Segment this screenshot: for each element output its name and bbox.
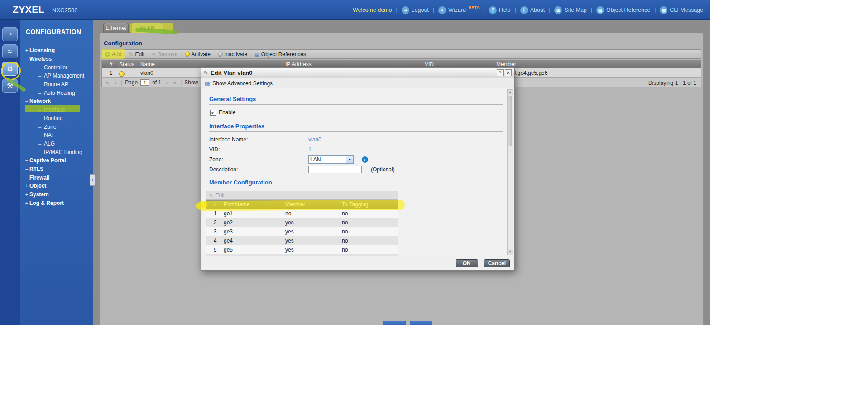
sidebar-item-interface[interactable]: –Interface [20, 106, 93, 114]
inactivate-icon [218, 52, 222, 57]
sidebar: CONFIGURATION +Licensing −Wireless –Cont… [20, 20, 93, 325]
dashboard-tab[interactable]: ◔ [2, 27, 18, 41]
sidebar-item-firewall[interactable]: −Firewall [20, 173, 93, 182]
member-edit-button[interactable]: Edit [215, 192, 225, 199]
cell-num: 1 [211, 210, 219, 217]
scroll-down-icon[interactable]: ▼ [508, 249, 513, 255]
edit-icon: ✎ [209, 193, 213, 198]
cutoff-button-left[interactable] [383, 321, 406, 325]
item-label: Interface [44, 107, 65, 113]
help-link[interactable]: ? Help [489, 6, 511, 14]
description-input[interactable] [308, 166, 362, 173]
cancel-button[interactable]: Cancel [484, 259, 510, 267]
object-reference-link[interactable]: ▤ Object Reference [596, 6, 650, 14]
object-references-button[interactable]: ▤ Object References [254, 51, 306, 58]
sidebar-item-rtls[interactable]: −RTLS [20, 165, 93, 174]
sidebar-item-alg[interactable]: –ALG [20, 140, 93, 148]
edit-button[interactable]: ✎ Edit [129, 51, 144, 58]
prev-page-button[interactable]: ‹ [113, 79, 118, 86]
sidebar-item-licensing[interactable]: +Licensing [20, 46, 93, 55]
sidebar-item-auto-healing[interactable]: –Auto Healing [20, 88, 93, 97]
cell-num: 4 [211, 238, 219, 244]
cell-num: 3 [211, 228, 219, 235]
remove-label: Remove [158, 51, 178, 58]
sidebar-item-ap-management[interactable]: –AP Management [20, 72, 93, 80]
page-input[interactable] [140, 79, 149, 86]
member-table: ✎ Edit # Port Name Member Tx Tagging 1 g… [206, 191, 398, 256]
sidebar-item-zone[interactable]: –Zone [20, 122, 93, 131]
section-interface-properties: Interface Properties [209, 122, 503, 132]
add-button[interactable]: + Add [105, 51, 121, 58]
activate-icon [185, 52, 189, 57]
last-page-button[interactable]: » [172, 79, 177, 86]
inactivate-button[interactable]: Inactivate [218, 51, 247, 58]
sidebar-item-routing[interactable]: –Routing [20, 114, 93, 123]
member-row-ge2[interactable]: 2 ge2 yes no [206, 218, 398, 227]
member-row-ge1[interactable]: 1 ge1 no no [206, 209, 398, 218]
ok-button[interactable]: OK [456, 259, 478, 267]
sidebar-item-wireless[interactable]: −Wireless [20, 55, 93, 63]
info-icon[interactable]: i [362, 156, 368, 163]
enable-checkbox[interactable]: ✔ [210, 110, 216, 116]
remove-button[interactable]: ✖ Remove [152, 51, 177, 58]
sidebar-item-captive-portal[interactable]: −Captive Portal [20, 156, 93, 165]
wizard-link[interactable]: ✦ Wizard BETA [438, 6, 480, 14]
scrollbar-thumb[interactable] [508, 96, 512, 146]
edit-vlan-dialog: ✎ Edit Vlan vlan0 ? ✕ ▦ Show Advanced Se… [201, 67, 515, 271]
monitor-tab[interactable]: ≈ [2, 44, 18, 58]
sidebar-item-rogue-ap[interactable]: –Rogue AP [20, 80, 93, 89]
sidebar-item-object[interactable]: +Object [20, 182, 93, 190]
sidebar-item-log-report[interactable]: +Log & Report [20, 199, 93, 207]
sidebar-collapse-handle[interactable]: ‹ [90, 174, 95, 186]
scroll-up-icon[interactable]: ▲ [508, 90, 513, 95]
dialog-scrollbar[interactable]: ▲ ▼ [507, 89, 513, 255]
cutoff-button-right[interactable] [410, 321, 432, 325]
logout-link[interactable]: ➜ Logout [402, 6, 429, 14]
show-advanced-settings-toggle[interactable]: ▦ Show Advanced Settings [201, 78, 514, 88]
item-label: AP Management [44, 73, 84, 79]
separator: | [433, 7, 434, 13]
show-label[interactable]: Show [184, 79, 198, 86]
item-label: IP/MAC Binding [44, 149, 82, 155]
zone-select[interactable]: LAN ▼ [308, 155, 354, 164]
configuration-tab[interactable]: ⚙ [2, 62, 18, 76]
wizard-label: Wizard [448, 7, 466, 13]
cell-member: yes [285, 228, 294, 235]
maintenance-tab[interactable]: ⚒ [2, 79, 18, 93]
member-row-ge3[interactable]: 3 ge3 yes no [206, 227, 398, 236]
sidebar-item-nat[interactable]: –NAT [20, 131, 93, 140]
cli-message-link[interactable]: ▥ CLI Message [660, 6, 703, 14]
dialog-close-button[interactable]: ✕ [505, 69, 512, 76]
tab-ethernet[interactable]: Ethernet [103, 23, 129, 33]
sitemap-link[interactable]: ⊞ Site Map [554, 6, 586, 14]
cell-tx: no [342, 238, 348, 244]
sidebar-item-system[interactable]: +System [20, 190, 93, 199]
sidebar-item-ip-mac-binding[interactable]: –IP/MAC Binding [20, 148, 93, 156]
interface-name-label: Interface Name: [209, 136, 308, 143]
dialog-title: Edit Vlan vlan0 [211, 69, 252, 76]
sidebar-item-network[interactable]: −Network [20, 97, 93, 106]
section-heading: Interface Properties [209, 123, 264, 130]
expander-icon: + [24, 200, 29, 206]
enable-row: ✔ Enable [210, 109, 499, 116]
next-page-button[interactable]: › [164, 79, 169, 86]
chevron-down-icon[interactable]: ▼ [346, 156, 353, 163]
displaying-text: Displaying 1 - 1 of 1 [648, 80, 696, 86]
col-num: # [106, 61, 116, 68]
welcome-text: Welcome demo [353, 7, 392, 13]
dialog-help-button[interactable]: ? [497, 69, 504, 76]
tab-vlan[interactable]: VLAN [131, 23, 163, 33]
dialog-titlebar[interactable]: ✎ Edit Vlan vlan0 ? ✕ [201, 68, 514, 78]
dash-icon: – [38, 116, 44, 121]
about-label: About [530, 7, 545, 13]
edit-icon: ✎ [129, 51, 133, 58]
dialog-edit-icon: ✎ [204, 70, 208, 76]
sidebar-item-controller[interactable]: –Controller [20, 63, 93, 72]
expander-icon: − [24, 166, 29, 172]
about-link[interactable]: i About [520, 6, 545, 14]
top-menu: Welcome demo | ➜ Logout | ✦ Wizard BETA … [353, 0, 703, 20]
activate-button[interactable]: Activate [185, 51, 211, 58]
member-row-ge4[interactable]: 4 ge4 yes no [206, 236, 398, 245]
member-row-ge5[interactable]: 5 ge5 yes no [206, 245, 398, 254]
first-page-button[interactable]: « [105, 79, 110, 86]
